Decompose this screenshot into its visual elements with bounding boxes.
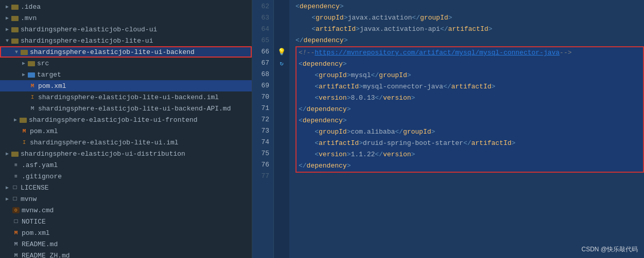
folder-icon-cloud-ui bbox=[11, 26, 19, 32]
tree-item-mvnw-cmd[interactable]: ⚙ mvnw.cmd bbox=[0, 205, 252, 216]
bulb-icon[interactable]: 💡 bbox=[277, 48, 286, 56]
gutter-icon-69 bbox=[274, 80, 289, 91]
maven-link[interactable]: https://mvnrepository.com/artifact/mysql… bbox=[315, 47, 560, 59]
code-line-63: <groupId>javax.activation</groupId> bbox=[295, 12, 644, 24]
tree-item-distribution[interactable]: shardingsphere-elasticjob-ui-distributio… bbox=[0, 148, 252, 159]
arrow-cloud-ui bbox=[4, 26, 10, 32]
tree-item-lite-ui[interactable]: shardingsphere-elasticjob-lite-ui bbox=[0, 35, 252, 46]
arrow-distribution bbox=[4, 151, 10, 157]
xml-file-icon: M bbox=[29, 83, 36, 89]
svg-rect-3 bbox=[11, 16, 14, 17]
tree-item-pom-xml-lite[interactable]: M pom.xml bbox=[0, 125, 252, 137]
arrow-target bbox=[21, 71, 27, 78]
label-pom-xml-lite: pom.xml bbox=[30, 127, 58, 135]
tree-item-lite-ui-backend[interactable]: shardingsphere-elasticjob-lite-ui-backen… bbox=[0, 46, 252, 58]
label-idea: .idea bbox=[21, 3, 41, 11]
gutter-icon-68 bbox=[274, 69, 289, 80]
tree-item-gitignore[interactable]: ≡ .gitignore bbox=[0, 171, 252, 182]
tree-item-src[interactable]: src bbox=[0, 58, 252, 69]
md-file-icon: M bbox=[29, 105, 36, 112]
tree-item-mvn[interactable]: .mvn bbox=[0, 12, 252, 24]
gutter-icon-73 bbox=[274, 125, 289, 137]
label-pom-xml-backend: pom.xml bbox=[38, 82, 66, 90]
code-line-73: <groupId>com.alibaba</groupId> bbox=[299, 126, 641, 138]
gutter-icon-65 bbox=[274, 35, 289, 46]
tree-item-license[interactable]: □ LICENSE bbox=[0, 182, 252, 193]
svg-rect-11 bbox=[28, 61, 31, 63]
folder-icon-lite-ui bbox=[11, 38, 19, 44]
gutter-icon-67: ↻ bbox=[274, 58, 289, 69]
arrow-mvn bbox=[4, 15, 10, 21]
label-gitignore: .gitignore bbox=[22, 173, 62, 180]
iml-file-icon: I bbox=[29, 94, 36, 100]
gutter-icon-71 bbox=[274, 103, 289, 114]
folder-icon-distribution bbox=[11, 151, 19, 157]
folder-icon-idea bbox=[11, 4, 19, 10]
gutter-icon-64 bbox=[274, 24, 289, 35]
tree-item-readme-zh[interactable]: M README_ZH.md bbox=[0, 250, 252, 258]
code-line-66: <!-- https://mvnrepository.com/artifact/… bbox=[299, 47, 641, 59]
file-icon-mvnw: □ bbox=[11, 195, 19, 202]
gutter-icon-72 bbox=[274, 114, 289, 125]
file-icon-license: □ bbox=[11, 184, 19, 191]
arrow-idea bbox=[4, 4, 10, 10]
code-line-67: <dependency> bbox=[299, 59, 641, 70]
tree-item-pom-xml-backend[interactable]: M pom.xml bbox=[0, 80, 252, 91]
label-pom-xml-root: pom.xml bbox=[22, 229, 50, 237]
code-line-62: <dependency> bbox=[295, 1, 644, 12]
code-line-77 bbox=[295, 173, 644, 184]
gutter-icon-77 bbox=[274, 171, 289, 182]
tree-item-lite-ui-iml[interactable]: I shardingsphere-elasticjob-lite-ui.iml bbox=[0, 137, 252, 148]
yaml-icon: ≡ bbox=[12, 162, 20, 168]
tree-item-asf-yaml[interactable]: ≡ .asf.yaml bbox=[0, 159, 252, 171]
code-line-70: <version>8.0.13</version> bbox=[299, 93, 641, 104]
arrow-license bbox=[4, 185, 10, 191]
svg-rect-7 bbox=[11, 39, 14, 40]
arrow-lite-ui bbox=[4, 38, 10, 44]
gutter-icon-63 bbox=[274, 12, 289, 24]
refresh-icon[interactable]: ↻ bbox=[280, 60, 283, 67]
gutter-icon-66: 💡 bbox=[274, 46, 289, 58]
tree-item-mvnw[interactable]: □ mvnw bbox=[0, 193, 252, 205]
tree-item-cloud-ui[interactable]: shardingsphere-elasticjob-cloud-ui bbox=[0, 24, 252, 35]
label-lite-ui-frontend: shardingsphere-elasticjob-lite-ui-fronte… bbox=[29, 116, 198, 124]
file-tree[interactable]: .idea .mvn shardingsphere-elasticjob-clo… bbox=[0, 0, 252, 258]
folder-icon-lite-ui-frontend bbox=[20, 117, 27, 123]
label-backend-iml: shardingsphere-elasticjob-lite-ui-backen… bbox=[38, 94, 219, 101]
tree-item-readme[interactable]: M README.md bbox=[0, 238, 252, 250]
svg-rect-5 bbox=[11, 27, 14, 29]
tree-item-pom-xml-root[interactable]: M pom.xml bbox=[0, 227, 252, 238]
tree-item-idea[interactable]: .idea bbox=[0, 1, 252, 12]
code-line-75: <version>1.1.22</version> bbox=[299, 149, 641, 160]
label-mvnw: mvnw bbox=[21, 195, 37, 203]
tree-item-lite-ui-frontend[interactable]: shardingsphere-elasticjob-lite-ui-fronte… bbox=[0, 114, 252, 125]
file-icon-git: ≡ bbox=[12, 174, 20, 179]
arrow-mvnw bbox=[4, 196, 10, 202]
label-target: target bbox=[37, 71, 61, 79]
code-line-72: <dependency> bbox=[299, 115, 641, 126]
label-cloud-ui: shardingsphere-elasticjob-cloud-ui bbox=[21, 26, 157, 33]
tree-item-backend-iml[interactable]: I shardingsphere-elasticjob-lite-ui-back… bbox=[0, 91, 252, 103]
label-readme-zh: README_ZH.md bbox=[22, 252, 70, 259]
xml-file-icon-lite: M bbox=[21, 128, 28, 134]
code-line-71: </dependency> bbox=[299, 104, 641, 115]
code-line-65: </dependency> bbox=[295, 35, 644, 46]
svg-rect-9 bbox=[21, 50, 24, 51]
tree-item-backend-api-md[interactable]: M shardingsphere-elasticjob-lite-ui-back… bbox=[0, 103, 252, 114]
label-readme: README.md bbox=[22, 241, 58, 248]
gutter-icon-74 bbox=[274, 137, 289, 148]
tree-item-target[interactable]: target bbox=[0, 69, 252, 80]
svg-rect-13 bbox=[28, 72, 31, 74]
arrow-lite-ui-backend bbox=[13, 49, 20, 55]
label-lite-ui-backend: shardingsphere-elasticjob-lite-ui-backen… bbox=[30, 48, 195, 56]
xml-icon-root: M bbox=[12, 230, 20, 236]
folder-icon-mvn bbox=[11, 15, 19, 21]
code-content: <dependency> <groupId>javax.activation</… bbox=[289, 0, 644, 258]
label-src: src bbox=[37, 60, 49, 67]
label-lite-ui: shardingsphere-elasticjob-lite-ui bbox=[21, 37, 153, 45]
svg-rect-1 bbox=[11, 5, 14, 6]
label-mvn: .mvn bbox=[21, 14, 37, 22]
tree-item-notice[interactable]: □ NOTICE bbox=[0, 216, 252, 227]
gutter-icon-62 bbox=[274, 1, 289, 12]
code-line-74: <artifactId>druid-spring-boot-starter</a… bbox=[299, 138, 641, 149]
